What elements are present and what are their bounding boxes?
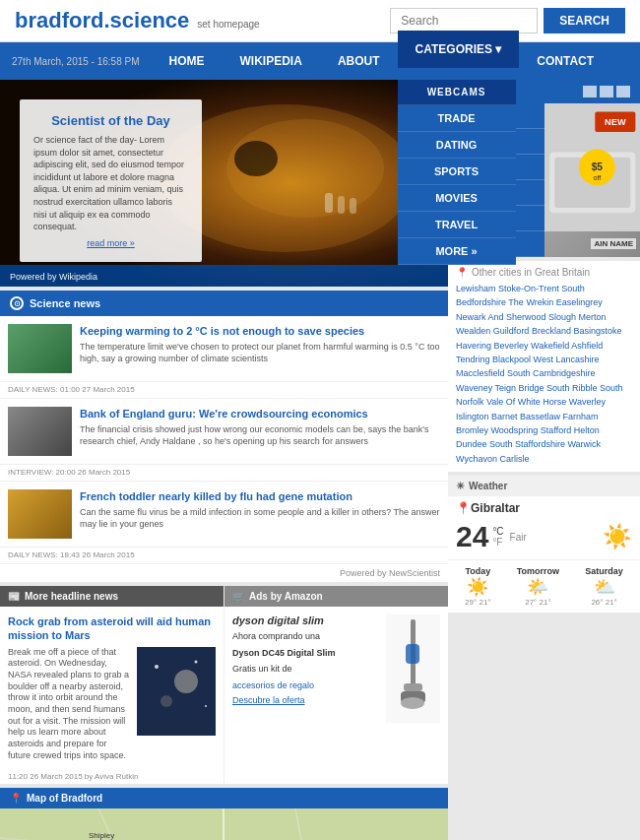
news-content-2: Bank of England guru: We're crowdsourcin…	[80, 407, 440, 456]
ad-brand-name: dyson digital slim	[232, 614, 324, 626]
hero-powered-by: Powered by Wikipedia	[10, 272, 97, 282]
dropdown-movies[interactable]: MOVIES	[398, 185, 516, 212]
main-content: Scientist of the Day Or science fact of …	[0, 80, 640, 840]
saturday-label: Saturday	[585, 566, 623, 576]
ad-banner-image: NEW $5 off AIN NAME	[544, 103, 641, 257]
ads-column: 🛒 Ads by Amazon dyson digital slim Ahora…	[224, 586, 448, 784]
hero-box-body: Or science fact of the day- Lorem ipsum …	[33, 134, 188, 233]
headline-meta: 11:20 26 March 2015 by Aviva Rutkin	[0, 769, 224, 784]
svg-text:Shipley: Shipley	[89, 831, 114, 840]
svg-point-9	[160, 695, 172, 707]
webcam-icon-2	[600, 86, 613, 97]
tomorrow-label: Tomorrow	[517, 566, 559, 576]
site-header: bradford.science set homepage SEARCH	[0, 0, 640, 42]
newspaper-icon: 📰	[8, 591, 20, 602]
news-content-3: French toddler nearly killed by flu had …	[80, 489, 440, 539]
hero-box-title: Scientist of the Day	[33, 113, 188, 128]
map-svg: Shipley Bradford Leeds Queensbury Pudsey…	[0, 808, 448, 840]
weather-saturday: Saturday ⛅ 26° 21°	[585, 566, 623, 607]
ads-col-header: 🛒 Ads by Amazon	[224, 586, 448, 607]
news-thumbnail-3	[8, 489, 72, 539]
news-title-1[interactable]: Keeping warming to 2 °C is not enough to…	[80, 324, 440, 338]
weather-today: Today ☀️ 29° 21°	[465, 566, 490, 607]
ads-col-title: Ads by Amazon	[249, 591, 323, 602]
hero-section: Scientist of the Day Or science fact of …	[0, 80, 448, 287]
dropdown-trade[interactable]: TRADE	[398, 105, 516, 132]
nav-categories[interactable]: CATEGORIES ▾	[398, 31, 520, 68]
two-col-section: 📰 More headline news Rock grab from aste…	[0, 586, 448, 784]
headline-col-header: 📰 More headline news	[0, 586, 224, 607]
ad-line1: Ahora comprando una	[232, 630, 382, 643]
categories-wrapper: CATEGORIES ▾ WEBCAMS TRADE DATING SPORTS…	[398, 42, 520, 80]
today-label: Today	[465, 566, 490, 576]
nav-bar: 27th March, 2015 - 16:58 PM HOME WIKIPED…	[0, 42, 640, 80]
headline-column: 📰 More headline news Rock grab from aste…	[0, 586, 224, 784]
celsius-toggle[interactable]: °C	[492, 526, 503, 537]
dropdown-dating[interactable]: DATING	[398, 132, 516, 159]
cities-header-text: Other cities in Great Britain	[472, 267, 590, 278]
cities-section: 📍 Other cities in Great Britain Lewisham…	[448, 261, 640, 472]
hero-read-more[interactable]: read more »	[33, 238, 188, 248]
svg-rect-5	[338, 196, 345, 214]
svg-rect-15	[404, 683, 422, 691]
nav-wikipedia[interactable]: WIKIPEDIA	[223, 42, 320, 80]
nav-home[interactable]: HOME	[152, 42, 223, 80]
news-body-3: Can the same flu virus be a mild infecti…	[80, 507, 440, 530]
saturday-temps: 26° 21°	[585, 598, 623, 607]
nav-contact[interactable]: CONTACT	[519, 42, 611, 80]
headline-body: Break me off a piece of that asteroid. O…	[8, 647, 131, 762]
map-area: Shipley Bradford Leeds Queensbury Pudsey…	[0, 808, 448, 840]
scientist-of-day-box: Scientist of the Day Or science fact of …	[20, 99, 202, 262]
nav-about[interactable]: ABOUT	[320, 42, 398, 80]
weather-city-name: Gibraltar	[471, 501, 520, 515]
dropdown-more[interactable]: MORE »	[398, 238, 516, 265]
news-title-2[interactable]: Bank of England guru: We're crowdsourcin…	[80, 407, 440, 420]
news-meta-3: DAILY NEWS: 18:43 26 March 2015	[0, 548, 448, 564]
ad-text: dyson digital slim Ahora comprando una D…	[232, 614, 382, 705]
cities-list[interactable]: Lewisham Stoke-On-Trent South Bedfordshi…	[456, 282, 632, 466]
science-news-title: Science news	[30, 297, 100, 309]
logo-bold: bradford.	[15, 8, 110, 32]
today-icon: ☀️	[465, 576, 490, 598]
webcam-icon-3	[616, 86, 630, 97]
ad-line4: accesorios de regalo	[232, 679, 382, 692]
ad-link[interactable]: Descubre la oferta	[232, 695, 382, 705]
cart-icon: 🛒	[232, 591, 244, 602]
news-body-1: The temperature limit we've chosen to pr…	[80, 342, 440, 364]
globe-icon: ⊙	[10, 296, 24, 310]
webcam-icon-1	[583, 86, 597, 97]
svg-text:NEW: NEW	[605, 117, 626, 127]
svg-point-3	[234, 141, 278, 176]
news-thumbnail-2	[8, 407, 72, 456]
svg-rect-6	[350, 198, 356, 214]
headline-col-title: More headline news	[25, 591, 118, 602]
ad-brand: dyson digital slim	[232, 614, 382, 626]
weather-section: ☀ Weather 📍 Gibraltar 24 °C °F Fair ☀️ T…	[448, 476, 640, 613]
ad-line3: Gratis un kit de	[232, 663, 382, 676]
news-meta-1: DAILY NEWS: 01:00 27 March 2015	[0, 382, 448, 399]
set-homepage-link[interactable]: set homepage	[197, 19, 259, 30]
news-title-3[interactable]: French toddler nearly killed by flu had …	[80, 489, 440, 503]
search-button[interactable]: SEARCH	[544, 8, 625, 33]
nav-links: HOME WIKIPEDIA ABOUT CATEGORIES ▾ WEBCAM…	[152, 42, 640, 80]
news-content-1: Keeping warming to 2 °C is not enough to…	[80, 324, 440, 373]
webcams-header: WEBCAMS	[398, 80, 516, 105]
headline-body-row: Break me off a piece of that asteroid. O…	[8, 647, 216, 762]
tomorrow-high: 27°	[525, 598, 537, 607]
sun-icon: ☀	[456, 481, 465, 491]
dropdown-travel[interactable]: TRAVEL	[398, 212, 516, 238]
weather-forecast: Today ☀️ 29° 21° Tomorrow 🌤️ 27° 21°	[448, 559, 640, 613]
saturday-high: 26°	[591, 598, 603, 607]
main-nav: 27th March, 2015 - 16:58 PM HOME WIKIPED…	[0, 42, 640, 80]
ad-row: dyson digital slim Ahora comprando una D…	[232, 614, 440, 726]
site-logo[interactable]: bradford.science	[15, 8, 189, 33]
dropdown-sports[interactable]: SPORTS	[398, 159, 516, 185]
fahrenheit-toggle[interactable]: °F	[492, 537, 503, 548]
news-item: Keeping warming to 2 °C is not enough to…	[0, 316, 448, 382]
headline-title[interactable]: Rock grab from asteroid will aid human m…	[8, 614, 216, 643]
map-title: Map of Bradford	[27, 793, 102, 804]
weather-unit-toggle: °C °F	[492, 526, 503, 548]
ad-content: dyson digital slim Ahora comprando una D…	[224, 607, 448, 734]
right-col-footer	[448, 616, 640, 656]
map-pin-icon: 📍	[10, 793, 22, 804]
